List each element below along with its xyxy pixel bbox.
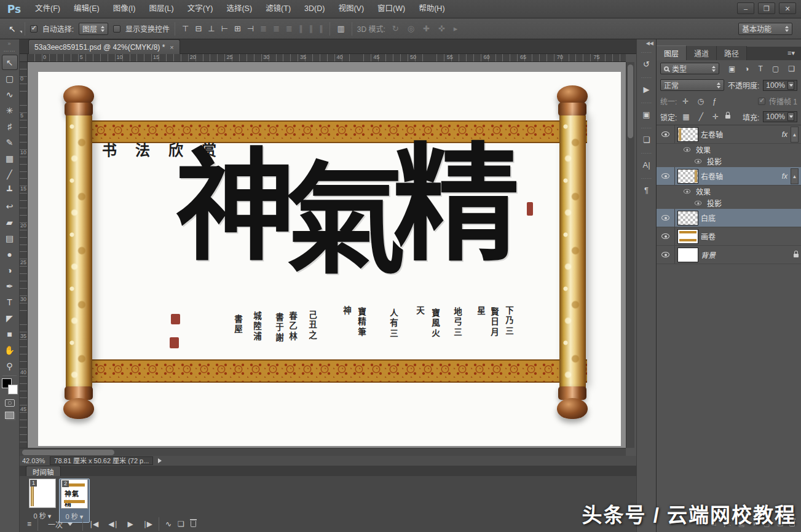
delete-frame-button[interactable]: [191, 521, 196, 527]
screen-mode-button[interactable]: [5, 412, 14, 419]
fx-badge[interactable]: fx: [782, 130, 787, 139]
path-selection-tool[interactable]: ◤: [2, 310, 18, 326]
layer-name[interactable]: 白底: [701, 213, 716, 223]
vertical-ruler[interactable]: 051015202530354045: [20, 62, 28, 448]
background-color-swatch[interactable]: [8, 385, 18, 394]
close-button[interactable]: ✕: [779, 2, 796, 14]
crop-tool[interactable]: ♯: [2, 119, 18, 134]
show-transform-controls-checkbox[interactable]: [113, 25, 120, 33]
layer-row[interactable]: 左卷轴 fx ▲: [657, 125, 801, 144]
layer-name[interactable]: 右卷轴: [701, 171, 723, 181]
menu-item[interactable]: 帮助(H): [412, 0, 451, 18]
layer-name[interactable]: 左卷轴: [701, 129, 723, 139]
collapse-effects-icon[interactable]: ▲: [791, 168, 799, 184]
visibility-cell[interactable]: [657, 167, 675, 185]
magic-wand-tool[interactable]: ✳: [2, 103, 18, 118]
filter-smart-objects-icon[interactable]: ❏: [786, 65, 797, 73]
lock-pixels-icon[interactable]: ╱: [697, 112, 705, 121]
eyedropper-tool[interactable]: ✎: [2, 135, 18, 150]
3d-scale-icon[interactable]: ▸: [452, 24, 460, 33]
opacity-value[interactable]: 100%: [763, 80, 797, 91]
distribute-top-icon[interactable]: ≣: [258, 24, 269, 33]
lasso-tool[interactable]: ∿: [2, 87, 18, 102]
distribute-hcenter-icon[interactable]: ∥: [307, 24, 315, 33]
lock-all-icon[interactable]: [725, 115, 730, 119]
character-panel-icon[interactable]: A|: [639, 157, 655, 172]
filter-adjustment-layers-icon[interactable]: ◑: [743, 65, 751, 73]
tab-close-icon[interactable]: ×: [170, 44, 173, 51]
panel-grip[interactable]: »: [0, 39, 19, 47]
loop-count-dropdown[interactable]: 一次: [44, 518, 76, 530]
minimize-button[interactable]: –: [737, 2, 754, 14]
type-tool[interactable]: T: [2, 294, 18, 310]
layer-row[interactable]: 效果 fx ▲: [657, 186, 801, 197]
panel-menu-icon[interactable]: ≡▾: [783, 47, 800, 59]
layer-name[interactable]: 背景: [701, 249, 716, 260]
menu-item[interactable]: 文件(F): [28, 0, 67, 18]
lock-position-icon[interactable]: ✛: [711, 112, 720, 121]
layer-name[interactable]: 效果: [696, 144, 711, 155]
align-right-icon[interactable]: ⊣: [245, 24, 256, 33]
layer-thumbnail[interactable]: [677, 211, 698, 225]
align-bottom-icon[interactable]: ⊥: [206, 24, 216, 33]
dropdown-arrow-icon[interactable]: [787, 81, 794, 90]
align-vcenter-icon[interactable]: ⊟: [193, 24, 203, 33]
pen-tool[interactable]: ✒: [2, 278, 18, 294]
rectangle-tool[interactable]: ■: [2, 326, 18, 342]
actions-panel-icon[interactable]: ▶: [639, 82, 655, 96]
layer-row[interactable]: 投影 fx ▲: [657, 197, 801, 209]
scrollbar-thumb[interactable]: [628, 65, 633, 138]
menu-item[interactable]: 3D(D): [298, 0, 331, 18]
auto-align-icon[interactable]: ▥: [335, 24, 346, 33]
menu-item[interactable]: 视图(V): [331, 0, 371, 18]
animation-frame[interactable]: 1 0 秒 ▾: [27, 479, 58, 520]
visibility-cell[interactable]: [657, 209, 675, 227]
3d-rotate-icon[interactable]: ↻: [390, 24, 401, 33]
layer-thumbnail[interactable]: [677, 169, 698, 184]
paragraph-panel-icon[interactable]: ¶: [639, 182, 655, 197]
unify-style-icon[interactable]: ƒ: [711, 97, 719, 106]
3d-roll-icon[interactable]: ◎: [406, 24, 416, 33]
menu-item[interactable]: 窗口(W): [371, 0, 412, 18]
move-tool[interactable]: ↖: [2, 55, 18, 70]
convert-timeline-icon[interactable]: ≡: [27, 520, 31, 528]
distribute-right-icon[interactable]: ∥: [317, 24, 325, 33]
menu-item[interactable]: 图层(L): [142, 0, 180, 18]
new-frame-button[interactable]: ❏: [178, 520, 184, 528]
brush-tool[interactable]: ╱: [2, 166, 18, 182]
menu-item[interactable]: 编辑(E): [67, 0, 106, 18]
next-frame-button[interactable]: ∣▶: [143, 520, 152, 528]
collapse-effects-icon[interactable]: ▲: [791, 127, 799, 143]
collapse-panels-icon[interactable]: ◀◀: [637, 39, 656, 46]
maximize-button[interactable]: ❒: [758, 2, 775, 14]
quick-mask-button[interactable]: [5, 399, 15, 407]
menu-item[interactable]: 选择(S): [219, 0, 259, 18]
dropdown-arrow-icon[interactable]: [787, 112, 794, 121]
eraser-tool[interactable]: ▰: [2, 214, 18, 230]
visibility-cell[interactable]: [657, 125, 675, 143]
align-hcenter-icon[interactable]: ⊞: [232, 24, 243, 33]
filter-type-layers-icon[interactable]: T: [757, 65, 765, 73]
unify-visibility-icon[interactable]: ◷: [695, 97, 705, 106]
rectangular-marquee-tool[interactable]: ▢: [2, 71, 18, 86]
distribute-left-icon[interactable]: ∥: [297, 24, 305, 33]
first-frame-button[interactable]: ∣◀: [89, 520, 98, 528]
visibility-cell[interactable]: [689, 155, 707, 167]
document-tab[interactable]: 53a3eec859151.psd @ 42%(CMYK/8) * ×: [28, 39, 180, 54]
gradient-tool[interactable]: ▤: [2, 230, 18, 246]
workspace-switcher[interactable]: 基本功能: [738, 23, 792, 35]
menu-item[interactable]: 图像(I): [106, 0, 143, 18]
move-tool-preset-icon[interactable]: ↖: [5, 24, 20, 34]
auto-select-target-dropdown[interactable]: 图层: [79, 23, 108, 35]
3d-slide-icon[interactable]: ✜: [436, 24, 447, 33]
canvas-pasteboard[interactable]: 书法欣赏 神氣精 下乃三賢日月星地弓三寶風火天人有三寶精筆神己丑之春乙林書于謝城…: [28, 62, 626, 448]
horizontal-ruler[interactable]: 051015202530354045505560657075: [28, 54, 626, 62]
visibility-cell[interactable]: [657, 227, 675, 245]
lock-transparency-icon[interactable]: ▦: [681, 112, 691, 121]
layer-name[interactable]: 投影: [707, 156, 722, 166]
panel-tab[interactable]: 通道: [687, 46, 717, 60]
layer-row[interactable]: 画卷 fx ▲: [657, 227, 801, 246]
distribute-bottom-icon[interactable]: ≣: [284, 24, 294, 33]
history-panel-icon[interactable]: ↺: [639, 57, 655, 71]
layer-name[interactable]: 投影: [707, 198, 722, 208]
